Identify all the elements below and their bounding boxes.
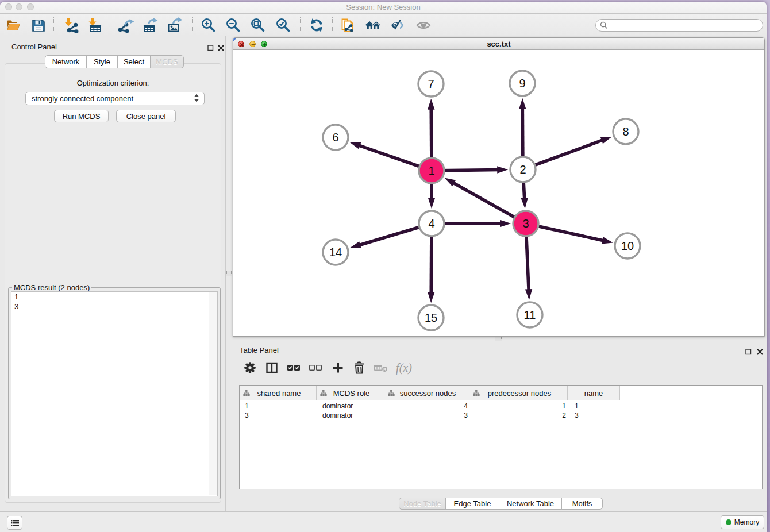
table-row[interactable]: 1dominator411 [240,402,762,411]
clone-network-icon[interactable] [340,17,357,34]
optimization-dropdown[interactable]: strongly connected component [25,92,205,105]
main-toolbar [0,14,767,36]
import-network-icon[interactable] [63,17,80,34]
tab-network-table[interactable]: Network Table [499,498,562,510]
task-list-icon [10,519,20,527]
toolbar-separator [300,17,301,32]
svg-text:8: 8 [622,125,629,138]
vertical-split-handle[interactable] [495,337,502,341]
svg-text:1: 1 [428,164,434,177]
search-input[interactable] [595,19,763,32]
memory-button[interactable]: Memory [721,515,764,529]
hide-details-icon[interactable] [389,17,406,34]
column-type-icon [388,390,395,396]
delete-table-icon [371,358,391,377]
tab-network[interactable]: Network [45,55,87,68]
column-header-shared-name[interactable]: shared name [240,386,317,400]
frame-corner-decoration [233,38,237,41]
memory-status-icon [726,519,732,525]
zoom-out-icon[interactable] [225,17,242,34]
column-header-name[interactable]: name [568,386,620,400]
table-cell[interactable]: 1 [469,402,566,411]
mcds-result-item[interactable]: 3 [11,302,217,311]
add-icon[interactable] [328,358,348,377]
table-cell[interactable]: 4 [384,402,468,411]
export-network-icon[interactable] [118,17,135,34]
table-panel-tabs: Node TableEdge TableNetwork TableMotifs [399,498,603,510]
table-cell[interactable]: 3 [384,411,468,420]
tab-node-table[interactable]: Node Table [399,498,446,510]
tab-select[interactable]: Select [117,55,151,68]
node-table: shared name MCDS role successor nodes pr… [239,385,763,489]
show-details-icon [415,17,432,34]
table-close-panel-icon[interactable] [757,348,763,357]
table-cell[interactable]: 3 [245,411,315,420]
table-row[interactable]: 3dominator323 [240,411,762,420]
zoom-fit-icon[interactable] [249,17,267,34]
tab-motifs[interactable]: Motifs [561,498,603,510]
column-type-icon [243,390,250,396]
export-table-icon[interactable] [142,17,159,34]
deselect-all-icon[interactable] [306,358,325,377]
select-all-icon[interactable] [284,358,303,377]
svg-text:10: 10 [621,240,634,252]
columns-icon[interactable] [262,358,282,377]
network-canvas[interactable]: 7968124314101511 [233,50,764,337]
tab-edge-table[interactable]: Edge Table [445,498,499,510]
column-header-successor-nodes[interactable]: successor nodes [384,386,469,400]
table-panel-title: Table Panel [240,346,279,354]
toolbar-separator [53,17,54,32]
close-panel-icon[interactable] [218,44,224,53]
table-cell[interactable]: 1 [575,402,620,411]
table-float-window-icon[interactable] [745,348,752,357]
svg-text:7: 7 [428,78,434,90]
window-title: Session: New Session [0,3,767,11]
table-panel: Table Panel [229,343,767,511]
result-scrollbar[interactable] [209,292,217,495]
table-cell[interactable]: 3 [575,411,620,420]
network-window: scc.txt 7968124314101511 [233,37,765,337]
svg-text:9: 9 [519,77,525,90]
mcds-result-item[interactable]: 1 [11,292,217,302]
desktop: { "titlebar": { "title": "Session: New S… [0,0,770,532]
import-table-icon[interactable] [87,17,104,34]
column-header-MCDS-role[interactable]: MCDS role [317,386,384,400]
table-cell[interactable]: 1 [245,402,315,411]
save-session-icon[interactable] [30,17,47,34]
open-session-icon[interactable] [5,17,22,34]
table-cell[interactable]: 2 [469,411,566,420]
zoom-in-icon[interactable] [200,17,217,34]
tab-style[interactable]: Style [86,55,118,68]
toolbar-separator [332,17,333,32]
table-cell[interactable]: dominator [322,411,383,420]
network-window-titlebar: scc.txt [233,38,764,50]
export-image-icon[interactable] [167,17,184,34]
task-history-button[interactable] [7,516,22,530]
tab-mcds[interactable]: MCDS [150,55,184,68]
toolbar-separator [110,17,110,32]
dropdown-chevrons-icon [194,94,199,104]
close-panel-button[interactable]: Close panel [116,110,176,122]
optimization-label: Optimization criterion: [0,79,226,87]
status-bar: Memory [0,511,767,532]
float-window-icon[interactable] [207,44,214,53]
memory-label: Memory [734,518,759,526]
horizontal-split-handle[interactable] [226,271,232,276]
table-cell[interactable]: dominator [322,402,383,411]
column-header-predecessor-nodes[interactable]: predecessor nodes [469,386,568,400]
column-type-icon [473,390,480,396]
refresh-icon[interactable] [308,17,325,34]
svg-text:15: 15 [425,311,437,324]
svg-text:14: 14 [329,246,342,259]
svg-text:3: 3 [522,217,529,230]
run-mcds-button[interactable]: Run MCDS [54,110,109,122]
mcds-result-list[interactable]: 13 [11,291,218,496]
zoom-selected-icon[interactable] [275,17,292,34]
column-type-icon [320,390,327,396]
first-neighbors-icon[interactable] [364,17,382,34]
mcds-result-title: MCDS result (2 nodes) [12,283,91,292]
control-panel-title: Control Panel [11,43,57,51]
delete-icon[interactable] [349,358,369,377]
gear-icon[interactable] [240,358,260,377]
search-icon [600,21,608,29]
